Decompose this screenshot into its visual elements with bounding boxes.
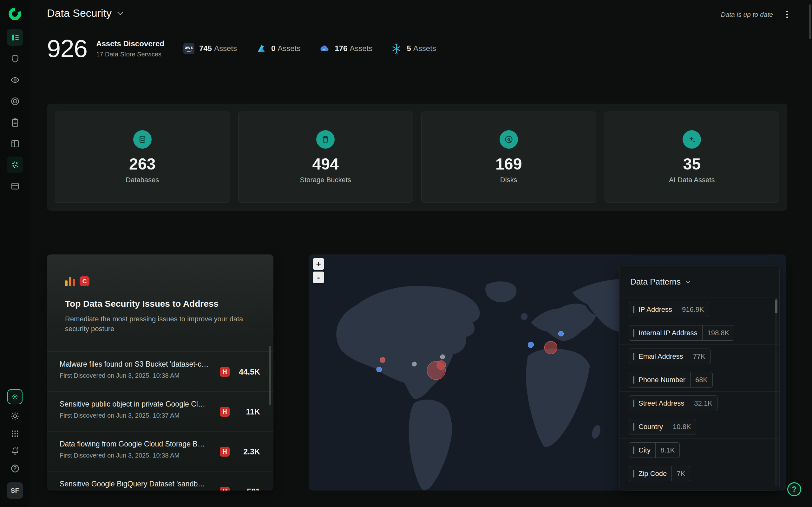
zoom-out-button[interactable]: -: [313, 272, 324, 283]
help-circle-icon[interactable]: ?: [8, 461, 22, 475]
settings-gear-icon[interactable]: [8, 409, 22, 424]
pattern-count: 198.8K: [702, 326, 734, 340]
help-glyph: ?: [13, 465, 17, 472]
storage-buckets-count: 494: [312, 156, 339, 173]
pattern-row[interactable]: IP Address916.9K: [619, 297, 779, 321]
ai-companion-button[interactable]: [7, 389, 22, 404]
pattern-row[interactable]: Street Address32.1K: [619, 391, 779, 415]
sidebar-item-inventory[interactable]: [7, 29, 23, 46]
databases-label: Databases: [125, 176, 159, 184]
issue-title: Data flowing from Google Cloud Storage B…: [60, 439, 209, 449]
google-cloud-icon: [319, 43, 330, 54]
pattern-accent-bar: [633, 329, 635, 337]
pattern-count: 916.9K: [677, 302, 709, 317]
pattern-label: Email Address: [639, 352, 688, 360]
sidebar-item-dashboard[interactable]: [7, 135, 23, 152]
sidebar-item-clipboard[interactable]: [7, 114, 23, 130]
issues-title: Top Data Security Issues to Address: [65, 299, 255, 309]
issues-subtitle: Remediate the most pressing issues to im…: [65, 314, 255, 334]
ai-data-assets-label: AI Data Assets: [669, 176, 715, 184]
issues-logo-icon: C: [65, 275, 255, 286]
asset-card-ai-data-assets[interactable]: 35 AI Data Assets: [605, 112, 780, 203]
pattern-label: Zip Code: [639, 469, 671, 478]
asset-card-disks[interactable]: 169 Disks: [421, 112, 596, 203]
provider-aws[interactable]: aws 745Assets: [183, 43, 237, 54]
azure-icon: [255, 43, 266, 54]
database-icon: [133, 130, 152, 149]
header-right: Data is up to date: [721, 9, 789, 19]
pattern-row[interactable]: Email Address77K: [619, 344, 779, 368]
sidebar-item-shield[interactable]: [7, 50, 23, 67]
pattern-count: 32.1K: [689, 396, 717, 411]
app-logo-icon[interactable]: [7, 6, 23, 22]
pattern-row[interactable]: Zip Code7K: [619, 462, 779, 485]
severity-badge: H: [220, 367, 230, 377]
provider-snowflake[interactable]: 5Assets: [391, 43, 436, 54]
issue-discovered: First Discovered on Jun 3, 2025, 10:38 A…: [60, 372, 220, 380]
data-store-services-label: 17 Data Store Services: [96, 51, 164, 58]
ai-data-assets-count: 35: [683, 156, 701, 173]
provider-google-cloud[interactable]: 176Assets: [319, 43, 372, 54]
issue-title: Sensitive Google BigQuery Dataset 'sandb…: [60, 479, 209, 489]
page-header: Data Security: [47, 7, 121, 19]
pattern-accent-bar: [633, 353, 635, 360]
notifications-bell-icon[interactable]: [8, 444, 22, 458]
issue-title: Malware files found on S3 Bucket 'datase…: [60, 359, 209, 369]
avatar-initials: SF: [11, 487, 19, 494]
issue-discovered: First Discovered on Jun 3, 2025, 10:38 A…: [60, 451, 220, 459]
sidebar-item-ai-activity[interactable]: [7, 157, 23, 173]
issue-row[interactable]: Malware files found on S3 Bucket 'datase…: [47, 352, 273, 392]
help-fab-button[interactable]: ?: [787, 482, 801, 496]
asset-card-databases[interactable]: 263 Databases: [55, 112, 230, 203]
pattern-count: 8.1K: [655, 443, 679, 458]
storage-bucket-icon: [316, 130, 335, 149]
asset-card-storage-buckets[interactable]: 494 Storage Buckets: [238, 112, 413, 203]
issue-row[interactable]: Data flowing from Google Cloud Storage B…: [47, 432, 273, 471]
issue-title: Sensitive public object in private Googl…: [60, 399, 209, 409]
pattern-accent-bar: [633, 376, 635, 384]
issue-count: 44.5K: [235, 367, 260, 377]
pattern-count: 7K: [671, 466, 690, 481]
pattern-row[interactable]: Internal IP Address198.8K: [619, 321, 779, 344]
app-launcher-grid-icon[interactable]: [8, 426, 22, 441]
severity-badge: H: [220, 447, 230, 457]
kebab-menu-icon[interactable]: [785, 9, 789, 19]
page-title[interactable]: Data Security: [47, 7, 112, 19]
help-fab-glyph: ?: [792, 485, 797, 494]
pattern-accent-bar: [633, 470, 635, 477]
asset-type-panel: 263 Databases 494 Storage Buckets 169 Di…: [47, 104, 787, 211]
severity-badge: H: [220, 407, 230, 417]
severity-badge: H: [220, 487, 230, 491]
total-assets-labels: Assets Discovered 17 Data Store Services: [96, 39, 164, 58]
pattern-count: 68K: [690, 372, 712, 387]
assets-discovered-label: Assets Discovered: [96, 39, 164, 48]
pattern-row[interactable]: City8.1K: [619, 438, 779, 462]
pattern-row[interactable]: Phone Number68K: [619, 368, 779, 391]
sidebar-item-target[interactable]: [7, 93, 23, 109]
issue-row[interactable]: Sensitive public object in private Googl…: [47, 392, 273, 432]
pattern-label: City: [639, 446, 655, 454]
user-avatar[interactable]: SF: [7, 482, 23, 499]
sidebar-item-window[interactable]: [7, 178, 23, 194]
issue-row[interactable]: Sensitive Google BigQuery Dataset 'sandb…: [47, 471, 273, 491]
page-scrollbar[interactable]: [809, 4, 811, 39]
pattern-label: Street Address: [639, 399, 689, 407]
data-patterns-panel: Data Patterns IP Address916.9K Internal …: [619, 266, 780, 491]
cloud-providers: aws 745Assets 0Assets: [183, 43, 436, 54]
disks-count: 169: [496, 156, 522, 173]
provider-azure[interactable]: 0Assets: [255, 43, 300, 54]
data-patterns-header[interactable]: Data Patterns: [619, 266, 779, 297]
disk-icon: [500, 130, 518, 149]
sidebar-item-eye[interactable]: [7, 72, 23, 88]
pattern-row[interactable]: Country10.8K: [619, 415, 779, 438]
chevron-down-icon: [686, 279, 690, 283]
chevron-down-icon[interactable]: [117, 9, 123, 15]
pattern-count: 10.8K: [668, 419, 696, 434]
issues-scrollbar[interactable]: [269, 346, 271, 405]
patterns-scrollbar[interactable]: [775, 299, 777, 314]
aws-icon: aws: [183, 43, 194, 54]
total-assets-count: 926: [47, 34, 87, 63]
zoom-in-button[interactable]: +: [313, 258, 324, 270]
snowflake-icon: [391, 43, 402, 54]
pattern-count: 77K: [688, 349, 710, 364]
